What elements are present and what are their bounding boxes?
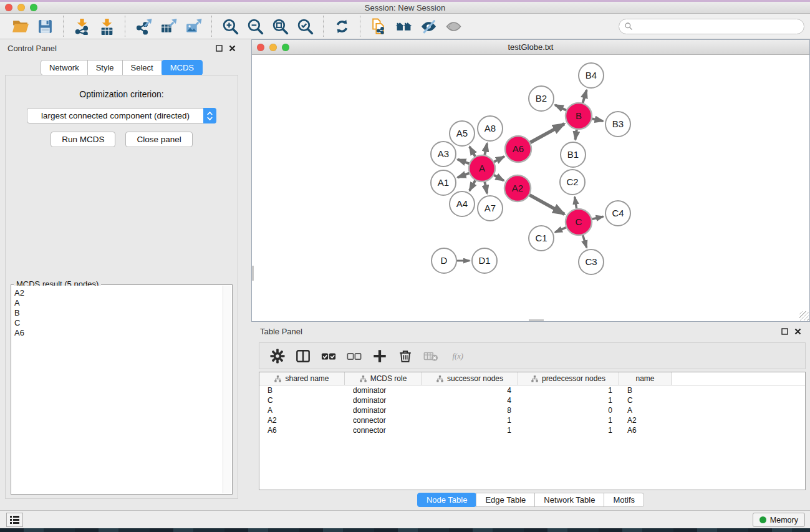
mcds-result-item[interactable]: A2 [14,288,223,298]
cell-name[interactable]: A6 [619,426,672,435]
resize-grip-icon[interactable] [799,311,809,321]
edge-C-C1[interactable] [555,228,566,233]
graph-node-A5[interactable]: A5 [450,121,475,146]
network-canvas[interactable]: B4B2BB3A8A5A6A3B1AA1C2A2A4A7C4CC1C3DD1 [252,55,809,321]
home-views-button[interactable] [391,16,416,37]
graph-node-C2[interactable]: C2 [560,170,585,195]
split-view-button[interactable] [291,346,314,367]
cell-shared-name[interactable]: A6 [259,426,345,435]
mcds-result-item[interactable]: C [14,318,223,328]
node-table[interactable]: shared nameMCDS rolesuccessor nodesprede… [259,372,806,490]
graph-node-D[interactable]: D [432,248,456,273]
tab-network[interactable]: Network [41,60,88,75]
edge-A-A7[interactable] [485,182,487,194]
search-field[interactable] [619,19,804,34]
horizontal-scrollbar-thumb[interactable] [529,319,544,321]
run-mcds-button[interactable]: Run MCDS [51,132,115,147]
edge-A-A2[interactable] [494,175,504,181]
network-graph[interactable]: B4B2BB3A8A5A6A3B1AA1C2A2A4A7C4CC1C3DD1 [252,55,809,321]
cell-name[interactable]: B [619,386,672,395]
cell-shared-name[interactable]: C [259,396,345,405]
select-checked-button[interactable] [317,346,340,367]
cell-successor-nodes[interactable]: 4 [422,386,518,395]
graph-node-B1[interactable]: B1 [561,142,586,167]
tab-network-table[interactable]: Network Table [534,493,604,507]
table-row[interactable]: Bdominator41B [259,385,805,395]
edge-A2-C[interactable] [529,195,564,215]
optimization-criterion-dropdown[interactable]: largest connected component (directed) [27,108,216,123]
edge-A-A6[interactable] [494,157,504,162]
graph-node-A[interactable]: A [469,155,495,181]
close-panel-button[interactable]: Close panel [125,132,192,147]
edge-B-B4[interactable] [583,90,587,103]
mcds-result-list[interactable]: A2ABCA6 [12,286,223,493]
edge-A-A5[interactable] [470,147,475,157]
graph-node-B2[interactable]: B2 [529,86,554,111]
cell-predecessor-nodes[interactable]: 1 [518,426,619,435]
close-table-panel-icon[interactable] [794,328,801,335]
graph-node-A3[interactable]: A3 [431,142,456,167]
graph-node-B[interactable]: B [566,103,592,129]
graph-node-C1[interactable]: C1 [529,226,554,251]
cell-successor-nodes[interactable]: 1 [422,426,518,435]
edge-A-A8[interactable] [485,143,487,155]
column-header-predecessor-nodes[interactable]: predecessor nodes [518,372,619,385]
import-network-button[interactable] [69,16,94,37]
clone-network-button[interactable] [366,16,391,37]
tab-node-table[interactable]: Node Table [417,493,477,507]
trash-button[interactable] [393,346,417,367]
memory-button[interactable]: Memory [753,513,805,527]
cell-MCDS-role[interactable]: connector [345,426,422,435]
tab-edge-table[interactable]: Edge Table [476,493,535,507]
cell-name[interactable]: A [619,406,672,415]
open-folder-button[interactable] [7,16,32,37]
column-header-MCDS-role[interactable]: MCDS role [345,372,422,385]
tab-style[interactable]: Style [87,60,123,75]
graph-node-B3[interactable]: B3 [605,112,630,137]
vertical-scrollbar-thumb[interactable] [252,266,254,281]
column-header-name[interactable]: name [619,372,672,385]
edge-A-A1[interactable] [458,173,470,178]
edge-A6-B[interactable] [530,124,564,143]
mcds-result-item[interactable]: A6 [14,328,223,338]
table-row[interactable]: Adominator80A [259,405,805,415]
export-table-button[interactable] [156,16,181,37]
cell-MCDS-role[interactable]: dominator [345,386,422,395]
mcds-result-item[interactable]: A [14,298,223,308]
cell-shared-name[interactable]: A [259,406,345,415]
zoom-out-button[interactable] [243,16,268,37]
table-row[interactable]: A6connector11A6 [259,425,805,435]
table-row[interactable]: A2connector11A2 [259,415,805,425]
cell-name[interactable]: A2 [619,416,672,425]
cell-MCDS-role[interactable]: dominator [345,396,422,405]
tab-motifs[interactable]: Motifs [604,493,644,507]
cell-predecessor-nodes[interactable]: 0 [518,406,619,415]
graph-node-A8[interactable]: A8 [478,116,503,141]
cell-predecessor-nodes[interactable]: 1 [518,416,619,425]
cell-successor-nodes[interactable]: 8 [422,406,518,415]
task-history-button[interactable] [6,513,23,527]
zoom-fit-button[interactable] [268,16,292,37]
edge-C-C3[interactable] [583,235,587,248]
close-panel-icon[interactable] [229,45,236,52]
column-header-successor-nodes[interactable]: successor nodes [422,372,518,385]
graph-node-A1[interactable]: A1 [431,170,456,195]
cell-predecessor-nodes[interactable]: 1 [518,396,619,405]
graph-node-C3[interactable]: C3 [579,249,604,274]
zoom-in-button[interactable] [218,16,243,37]
search-input[interactable] [634,19,804,34]
cell-successor-nodes[interactable]: 1 [422,416,518,425]
graph-node-A7[interactable]: A7 [478,196,503,221]
graph-node-A2[interactable]: A2 [504,175,531,201]
tab-select[interactable]: Select [122,60,162,75]
cell-successor-nodes[interactable]: 4 [422,396,518,405]
gray-eye-button[interactable] [441,16,466,37]
edge-C-C4[interactable] [592,216,604,219]
hide-eye-button[interactable] [416,16,441,37]
edge-B-B3[interactable] [592,118,604,121]
zoom-selected-button[interactable] [292,16,317,37]
graph-node-B4[interactable]: B4 [579,63,604,88]
edge-A-A3[interactable] [458,160,470,164]
save-button[interactable] [32,16,57,37]
cell-MCDS-role[interactable]: connector [345,416,422,425]
